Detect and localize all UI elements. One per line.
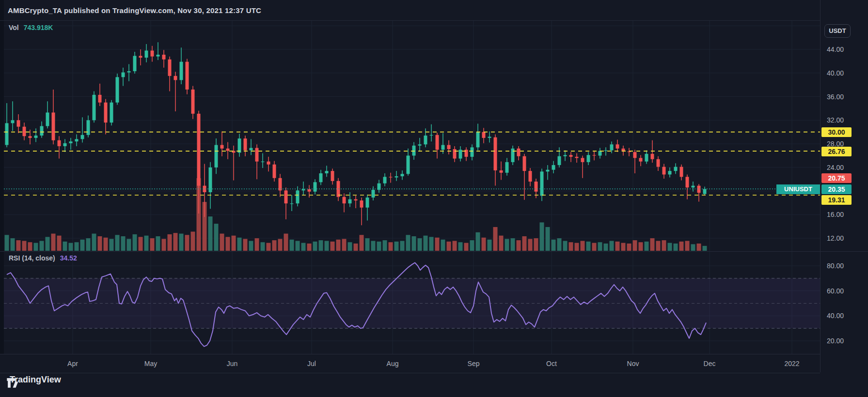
volume-bar <box>104 238 108 251</box>
volume-bar <box>528 239 533 251</box>
candle-body <box>122 73 125 77</box>
candle-body <box>267 162 270 165</box>
candle-body <box>651 154 654 159</box>
candle-body <box>389 177 393 177</box>
pane-separator[interactable] <box>0 251 820 252</box>
candle-body <box>383 177 387 183</box>
volume-bar <box>139 237 143 251</box>
candle-body <box>692 186 695 188</box>
candle-body <box>180 62 183 80</box>
volume-bar <box>621 243 626 251</box>
candle-body <box>52 112 55 140</box>
volume-bar <box>627 244 631 251</box>
time-tick-jul: Jul <box>307 354 316 373</box>
volume-bar <box>581 241 585 251</box>
symbol-price-tag: UNIUSDT <box>776 184 820 194</box>
volume-bar <box>534 238 538 251</box>
candle-body <box>17 120 20 126</box>
price-tick-label: 32.00 <box>827 116 844 124</box>
volume-bar <box>336 240 341 251</box>
price-level-badge: 20.35 <box>821 184 852 194</box>
volume-bar <box>22 241 27 251</box>
volume-bar <box>499 236 504 251</box>
candle-body <box>453 149 457 159</box>
candle-body <box>197 114 201 186</box>
volume-bar <box>243 239 248 251</box>
candle-body <box>279 178 282 191</box>
candle-body <box>540 171 544 196</box>
candle-body <box>209 168 212 192</box>
volume-bar <box>592 243 597 251</box>
candle-body <box>657 159 660 167</box>
candle-body <box>116 77 119 102</box>
volume-bar <box>400 241 405 251</box>
currency-toggle-button[interactable]: USDT <box>824 24 851 38</box>
volume-bar <box>697 244 701 251</box>
volume-bar <box>28 242 32 251</box>
volume-bar <box>639 242 643 251</box>
candle-body <box>663 167 666 175</box>
volume-bar <box>505 239 509 251</box>
candle-body <box>81 135 84 139</box>
volume-bar <box>488 240 492 251</box>
volume-bar <box>470 240 474 251</box>
volume-bar <box>354 244 358 251</box>
volume-bar <box>162 239 166 251</box>
candle-body <box>250 148 253 151</box>
volume-bar <box>255 238 259 251</box>
rsi-legend-value: 34.52 <box>60 254 77 262</box>
volume-bar <box>406 235 410 251</box>
candle-body <box>587 155 590 162</box>
candle-body <box>29 136 32 138</box>
candle-body <box>191 90 195 114</box>
time-axis[interactable]: AprMayJunJulAugSepOctNovDec2022 <box>0 354 820 373</box>
candle-body <box>424 136 427 144</box>
candle-body <box>546 170 550 172</box>
price-axis[interactable]: USDT 44.0040.0036.0032.0028.0024.0016.00… <box>820 0 868 372</box>
candle-body <box>162 55 166 60</box>
candle-body <box>412 146 416 156</box>
price-tick-label: 12.00 <box>827 234 844 242</box>
candle-body <box>645 154 648 162</box>
volume-legend[interactable]: Vol743.918K <box>9 24 53 31</box>
candle-body <box>476 132 480 148</box>
candle-body <box>23 127 26 137</box>
candle-body <box>319 173 323 182</box>
candle-body <box>593 155 596 155</box>
candle-body <box>523 156 526 171</box>
volume-bar <box>674 244 678 251</box>
candle-body <box>529 171 532 182</box>
candle-body <box>34 136 38 138</box>
candle-body <box>459 150 462 158</box>
volume-bar <box>360 235 364 251</box>
tradingview-logo-link[interactable]: TradingView <box>6 375 61 385</box>
time-tick-2022: 2022 <box>784 354 799 373</box>
chart-canvas[interactable] <box>0 0 820 354</box>
volume-bar <box>610 241 614 251</box>
candle-body <box>75 139 79 141</box>
candle-body <box>511 149 515 162</box>
candle-body <box>133 56 137 71</box>
candle-body <box>11 120 15 123</box>
volume-bar <box>563 241 568 251</box>
time-tick-sep: Sep <box>468 354 480 373</box>
price-tick-label: 44.00 <box>827 46 844 53</box>
candle-body <box>69 141 73 143</box>
volume-bar <box>127 239 131 251</box>
candle-body <box>471 147 474 157</box>
time-tick-jun: Jun <box>227 354 238 373</box>
candle-body <box>331 171 334 181</box>
candle-body <box>215 145 218 167</box>
tradingview-chart-window: AMBCrypto_TA published on TradingView.co… <box>0 0 868 397</box>
rsi-legend[interactable]: RSI (14, close)34.52 <box>9 254 77 262</box>
rsi-tick-label: 60.00 <box>827 287 844 295</box>
volume-bar <box>412 236 416 251</box>
price-level-badge: 26.76 <box>821 147 852 156</box>
candle-body <box>226 149 230 151</box>
volume-bar <box>191 231 195 251</box>
volume-bar <box>383 240 387 251</box>
candle-body <box>63 143 67 146</box>
volume-bar <box>540 222 544 251</box>
candle-body <box>325 171 329 173</box>
volume-bar <box>389 242 393 251</box>
